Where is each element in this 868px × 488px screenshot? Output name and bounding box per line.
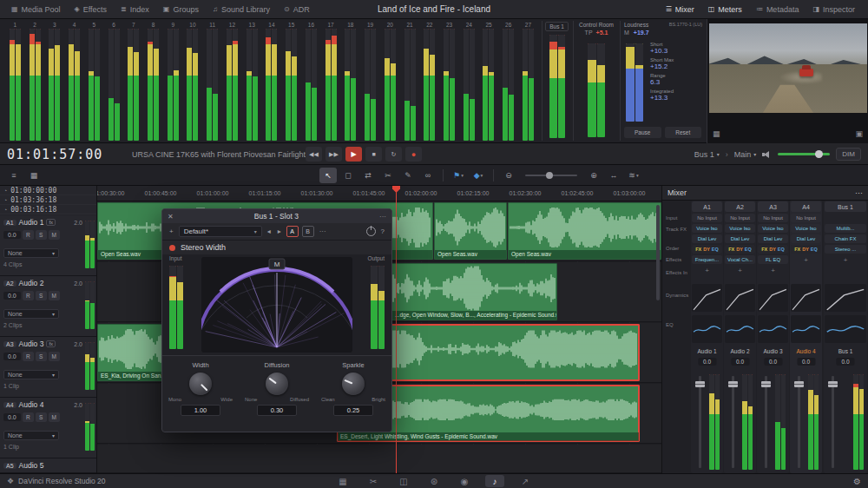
video-preview[interactable]	[709, 23, 867, 113]
page-deliver[interactable]: ↗	[516, 475, 535, 487]
marker-tool[interactable]: ◆▾	[470, 168, 487, 183]
fx-order-cell[interactable]: FXDYEQ	[791, 245, 821, 254]
more-options-icon[interactable]: ···	[855, 188, 863, 197]
mixer-strip-a1[interactable]: A1No InputVoice IsoDial LevFXDYEQFrequen…	[691, 201, 723, 473]
track-list-view[interactable]: ≡	[5, 168, 23, 183]
mixer-input-select[interactable]: No Input	[725, 214, 755, 222]
timeline-scrollbar[interactable]	[656, 205, 660, 300]
zoom-in-tool[interactable]: ⊕	[585, 168, 602, 183]
effect-slot[interactable]: Vocal Ch...	[725, 255, 755, 264]
fx-order-cell[interactable]: FXDYEQ	[758, 245, 788, 254]
fader-handle[interactable]	[794, 381, 804, 387]
knob-value[interactable]: 0.30	[257, 405, 297, 416]
dynamics-graph[interactable]	[725, 284, 755, 312]
eq-graph[interactable]	[758, 315, 788, 343]
page-cut[interactable]: ✂	[364, 475, 383, 487]
panel-toggle-metadata[interactable]: ≔Metadata	[750, 3, 806, 16]
mixer-volume-value[interactable]: 0.0	[731, 358, 749, 366]
monitor-output-dropdown[interactable]: Main▾	[734, 150, 757, 159]
add-effect-button[interactable]: +	[791, 255, 821, 264]
record-arm-button[interactable]: R	[23, 352, 34, 361]
record-arm-button[interactable]: R	[23, 291, 34, 300]
timeline-selector[interactable]: URSA CINE 17K65 with Florent Piovesan Fa…	[132, 150, 312, 159]
help-icon[interactable]: ?	[379, 228, 386, 235]
mute-button[interactable]: M	[49, 412, 60, 422]
mixer-strip-a3[interactable]: A3No InputVoice IsoDial LevFXDYEQFL EQ+A…	[757, 201, 789, 473]
track-fx-badge[interactable]: Voice Iso	[692, 224, 722, 233]
mute-button[interactable]: M	[49, 291, 60, 300]
mute-button[interactable]: M	[49, 352, 60, 361]
panel-toggle-adr[interactable]: ⊙ADR	[278, 3, 316, 16]
more-options-icon[interactable]: ···	[379, 213, 386, 221]
add-effect-button[interactable]: +	[692, 266, 722, 274]
dynamics-graph[interactable]	[791, 284, 821, 312]
track-fx-badge[interactable]: fx	[46, 219, 56, 226]
solo-button[interactable]: S	[36, 412, 47, 422]
page-fairlight[interactable]: ♪	[485, 475, 504, 487]
timeline-lane-A5[interactable]	[97, 445, 661, 473]
link-clips-tool[interactable]: ∞	[419, 168, 437, 183]
razor-tool[interactable]: ✂	[379, 168, 397, 183]
page-media[interactable]: ▦	[333, 475, 352, 487]
playhead[interactable]	[396, 186, 397, 473]
track-fx-badge[interactable]: Voice Iso	[725, 224, 755, 233]
knob-width[interactable]: WidthMonoWide1.00	[162, 356, 239, 432]
effect-slot[interactable]: FL EQ	[758, 255, 788, 264]
record-button[interactable]: ●	[405, 147, 422, 162]
knob-value[interactable]: 1.00	[181, 405, 220, 416]
monitor-volume-slider[interactable]	[778, 153, 830, 155]
loudness-standard-dropdown[interactable]: BS.1770-1 (LU)	[669, 22, 702, 28]
track-height-tool[interactable]: ≋▾	[625, 168, 642, 183]
fader-handle[interactable]	[828, 381, 838, 387]
panel-toggle-media-pool[interactable]: ▦Media Pool	[5, 3, 67, 16]
knob-value[interactable]: 0.25	[333, 405, 373, 416]
fastforward-button[interactable]: ▶▶	[326, 147, 342, 162]
track-fx-badge[interactable]: fx	[46, 340, 56, 347]
project-settings-gear-icon[interactable]: ⚙	[853, 477, 861, 486]
record-arm-button[interactable]: R	[23, 230, 34, 240]
effect-slot[interactable]: Multib...	[825, 224, 866, 233]
prev-preset-icon[interactable]: ◂	[266, 228, 273, 235]
track-fx-badge[interactable]: Voice Iso	[758, 224, 788, 233]
bypass-power-icon[interactable]	[366, 227, 376, 236]
mixer-input-select[interactable]: No Input	[791, 214, 821, 222]
page-fusion[interactable]: ⊛	[424, 475, 444, 487]
audio-clip[interactable]: Open Seas.wav	[508, 202, 661, 260]
mixer-strip-header[interactable]: A2	[725, 201, 755, 212]
panel-toggle-mixer[interactable]: ☰Mixer	[660, 3, 700, 16]
mixer-volume-value[interactable]: 0.0	[797, 358, 815, 366]
panel-toggle-index[interactable]: ≣Index	[115, 3, 155, 16]
panel-toggle-meters[interactable]: ◫Meters	[702, 3, 748, 16]
track-volume[interactable]: 0.0	[3, 353, 21, 360]
mixer-strip-header[interactable]: Bus 1	[825, 201, 866, 212]
fader[interactable]	[793, 374, 806, 470]
knob-sparkle[interactable]: SparkleCleanBright0.25	[315, 356, 391, 432]
track-input-dropdown[interactable]: None▾	[3, 248, 59, 258]
panel-toggle-groups[interactable]: ▣Groups	[157, 3, 205, 16]
rewind-button[interactable]: ◀◀	[306, 147, 322, 162]
track-volume[interactable]: 0.0	[3, 292, 21, 300]
solo-button[interactable]: S	[36, 291, 47, 300]
next-preset-icon[interactable]: ▸	[276, 228, 283, 235]
eq-graph[interactable]	[725, 315, 755, 343]
loudness-pause-button[interactable]: Pause	[624, 127, 661, 138]
mixer-strip-header[interactable]: A1	[692, 201, 722, 212]
zoom-out-tool[interactable]: ⊖	[500, 168, 517, 183]
play-button[interactable]: ▶	[345, 147, 362, 162]
mixer-input-select[interactable]: No Input	[758, 214, 788, 222]
viewer-expand-icon[interactable]: ▣	[855, 129, 863, 138]
ab-compare-a-button[interactable]: A	[286, 226, 299, 237]
add-preset-icon[interactable]: +	[168, 228, 175, 235]
mixer-strip-a4[interactable]: A4No InputVoice IsoDial LevFXDYEQ+Audio …	[790, 201, 822, 473]
mixer-strip-header[interactable]: A4	[791, 201, 821, 212]
audio-clip[interactable]: Open Seas.wav	[434, 202, 507, 260]
track-volume[interactable]: 0.0	[3, 413, 21, 421]
knob-dial[interactable]	[342, 373, 365, 395]
track-fx-badge[interactable]: Voice Iso	[791, 224, 821, 233]
track-volume[interactable]: 0.0	[3, 231, 21, 239]
timeline-ruler[interactable]: 01:00:30:0001:00:45:0001:01:00:0001:01:1…	[97, 186, 661, 201]
mixer-input-select[interactable]: No Input	[692, 214, 722, 222]
mixer-strip-a2[interactable]: A2No InputVoice IsoDial LevFXDYEQVocal C…	[724, 201, 756, 473]
panel-toggle-sound-library[interactable]: ♫Sound Library	[207, 3, 276, 16]
mixer-volume-value[interactable]: 0.0	[698, 358, 716, 366]
